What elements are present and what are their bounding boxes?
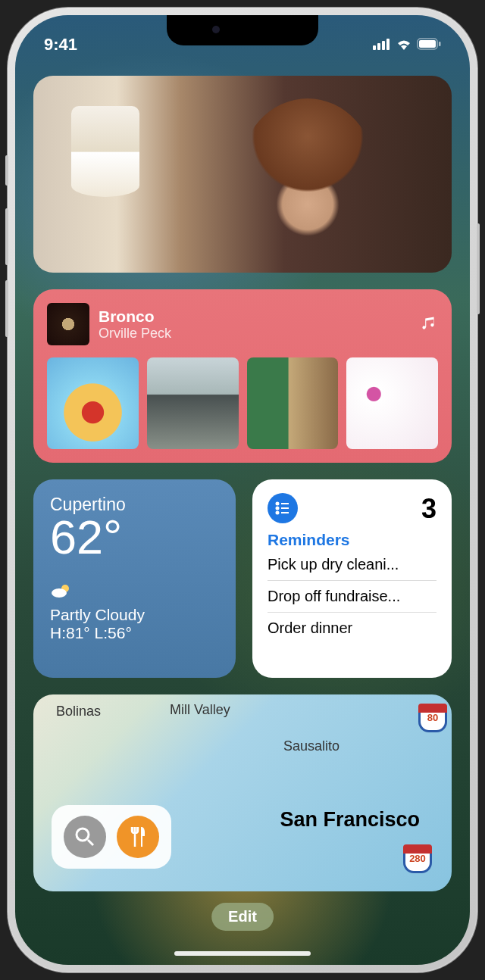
notch [167, 15, 318, 45]
wifi-icon [396, 35, 412, 55]
home-indicator[interactable] [174, 951, 311, 956]
status-time: 9:41 [44, 35, 77, 55]
map-label-millvalley: Mill Valley [170, 702, 230, 718]
reminder-item[interactable]: Order dinner [268, 613, 436, 644]
cellular-icon [373, 35, 391, 55]
weather-high-low: H:81° L:56° [50, 624, 219, 642]
battery-icon [417, 35, 441, 55]
weather-temperature: 62° [50, 513, 219, 561]
album-suggestion-1[interactable] [47, 357, 139, 449]
album-suggestion-3[interactable] [247, 357, 339, 449]
svg-point-15 [77, 829, 89, 841]
svg-rect-3 [386, 39, 390, 50]
svg-rect-0 [373, 45, 376, 50]
maps-search-button[interactable] [64, 816, 106, 858]
photos-widget[interactable] [33, 76, 452, 273]
maps-quick-actions [52, 805, 171, 869]
maps-restaurants-button[interactable] [117, 816, 159, 858]
weather-condition: Partly Cloudy [50, 606, 219, 624]
svg-point-11 [277, 507, 279, 509]
svg-point-9 [277, 502, 279, 504]
album-suggestion-2[interactable] [147, 357, 239, 449]
phone-screen: 9:41 [15, 15, 470, 965]
reminders-widget[interactable]: 3 Reminders Pick up dry cleani... Drop o… [252, 479, 452, 678]
svg-rect-5 [419, 40, 436, 48]
power-button [477, 223, 480, 314]
weather-widget[interactable]: Cupertino 62° Partly Cloudy H:81° L:56° [33, 479, 236, 678]
svg-line-16 [88, 840, 93, 845]
map-label-sausalito: Sausalito [283, 738, 340, 754]
volume-up-button [5, 208, 8, 265]
partly-cloudy-icon [50, 582, 219, 603]
svg-rect-1 [377, 43, 380, 50]
phone-frame: 9:41 [8, 8, 477, 972]
reminders-title: Reminders [268, 531, 436, 549]
edit-button[interactable]: Edit [211, 903, 274, 931]
volume-down-button [5, 280, 8, 337]
reminders-list-icon [268, 493, 298, 523]
mute-switch [5, 155, 8, 186]
reminders-count: 3 [421, 493, 436, 525]
artist-name: Orville Peck [99, 326, 409, 342]
highway-shield-280: 280 [403, 844, 432, 873]
song-title: Bronco [99, 307, 409, 326]
now-playing-album-art [47, 303, 89, 345]
reminder-item[interactable]: Drop off fundraise... [268, 581, 436, 613]
svg-point-13 [277, 511, 279, 513]
maps-widget[interactable]: Bolinas Mill Valley Sausalito San Franci… [33, 694, 452, 891]
album-suggestion-4[interactable] [346, 357, 438, 449]
svg-point-8 [52, 588, 67, 598]
highway-shield-80: 80 [418, 704, 447, 732]
music-icon [418, 313, 438, 336]
map-label-bolinas: Bolinas [56, 704, 101, 719]
svg-rect-6 [439, 42, 441, 46]
svg-rect-2 [382, 41, 385, 50]
photo-content [71, 106, 139, 197]
music-widget[interactable]: Bronco Orville Peck [33, 289, 452, 463]
reminder-item[interactable]: Pick up dry cleani... [268, 549, 436, 581]
map-label-sanfrancisco: San Francisco [280, 808, 420, 832]
